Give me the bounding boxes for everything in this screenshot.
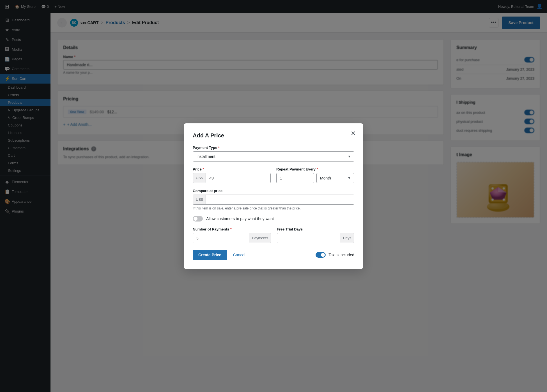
payments-trial-row: Number of Payments * Payments Free Trial…: [193, 227, 354, 243]
payment-type-label: Payment Type *: [193, 146, 354, 150]
compare-currency: US$: [193, 195, 206, 204]
price-input-wrapper: US$: [193, 173, 271, 183]
modal-close-button[interactable]: ✕: [349, 129, 358, 138]
free-trial-label: Free Trial Days: [277, 227, 354, 231]
free-trial-input-wrapper: Days: [277, 233, 354, 243]
price-currency: US$: [193, 173, 206, 183]
compare-input-wrapper: US$: [193, 195, 354, 205]
add-price-modal: Add A Price ✕ Payment Type * One Time In…: [184, 123, 363, 269]
tax-included-label: Tax is included: [328, 253, 354, 257]
price-required: *: [203, 167, 204, 171]
price-label: Price *: [193, 167, 271, 171]
num-payments-input-wrapper: Payments: [193, 233, 271, 243]
repeat-unit-select-wrapper: Day Week Month Year ▼: [316, 173, 354, 183]
allow-toggle-label: Allow customers to pay what they want: [206, 216, 274, 221]
price-repeat-row: Price * US$ Repeat Payment Every *: [193, 167, 354, 183]
close-icon: ✕: [351, 130, 356, 137]
num-payments-required: *: [230, 227, 232, 231]
tax-included-toggle[interactable]: [316, 252, 326, 258]
repeat-label: Repeat Payment Every *: [276, 167, 354, 171]
repeat-number-input[interactable]: [276, 173, 314, 183]
payment-type-field: Payment Type * One Time Installment Subs…: [193, 146, 354, 162]
compare-price-input[interactable]: [206, 195, 354, 204]
compare-label: Compare at price: [193, 189, 354, 193]
free-trial-input[interactable]: [277, 233, 340, 243]
create-price-button[interactable]: Create Price: [193, 250, 227, 260]
price-field: Price * US$: [193, 167, 271, 183]
modal-footer-left: Create Price Cancel: [193, 250, 248, 260]
payment-type-select-wrapper: One Time Installment Subscription ▼: [193, 151, 354, 162]
num-payments-label: Number of Payments *: [193, 227, 271, 231]
toggle-thumb: [321, 253, 325, 257]
cancel-button[interactable]: Cancel: [230, 250, 248, 260]
modal-title: Add A Price: [193, 132, 354, 139]
allow-toggle[interactable]: [193, 216, 203, 222]
modal-overlay[interactable]: Add A Price ✕ Payment Type * One Time In…: [0, 0, 547, 392]
compare-hint: If this item is on sale, enter a pre-sal…: [193, 206, 354, 210]
days-suffix: Days: [340, 233, 354, 243]
free-trial-field: Free Trial Days Days: [277, 227, 354, 243]
payments-suffix: Payments: [249, 233, 271, 243]
repeat-payment-field: Repeat Payment Every * Day Week Month Ye…: [276, 167, 354, 183]
num-payments-input[interactable]: [193, 233, 249, 243]
payment-type-required: *: [218, 146, 220, 150]
allow-toggle-row: Allow customers to pay what they want: [193, 216, 354, 222]
modal-footer-right: Tax is included: [316, 252, 354, 258]
number-of-payments-field: Number of Payments * Payments: [193, 227, 271, 243]
payment-type-select[interactable]: One Time Installment Subscription: [193, 151, 354, 162]
price-input[interactable]: [206, 173, 270, 183]
toggle-thumb: [194, 217, 197, 221]
repeat-unit-select[interactable]: Day Week Month Year: [316, 173, 354, 183]
compare-price-field: Compare at price US$ If this item is on …: [193, 189, 354, 210]
modal-footer: Create Price Cancel Tax is included: [193, 250, 354, 260]
repeat-required: *: [317, 167, 318, 171]
